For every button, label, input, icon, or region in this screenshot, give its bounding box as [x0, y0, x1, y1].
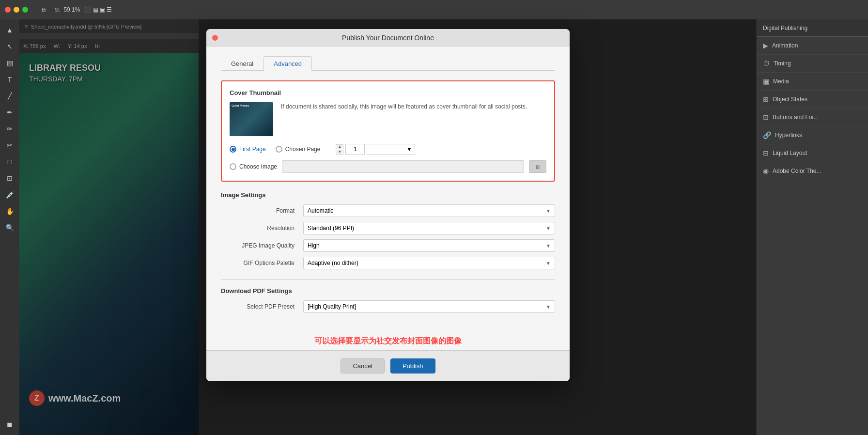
media-label: Media	[773, 78, 789, 85]
dialog-window-controls[interactable]	[212, 35, 218, 41]
panel-item-liquid-layout[interactable]: ⊟ Liquid Layout	[757, 144, 868, 162]
tool-direct-select[interactable]: ↖	[3, 40, 16, 53]
dialog-titlebar: Publish Your Document Online	[206, 29, 570, 47]
radio-choose-image[interactable]: Choose Image	[230, 163, 277, 170]
tool-page[interactable]: ▤	[3, 56, 16, 70]
right-panel-header: Digital Publishing	[757, 19, 868, 37]
pdf-preset-select[interactable]: [High Quality Print] ▼	[303, 300, 555, 313]
buttons-forms-icon: ⊡	[763, 113, 769, 121]
media-icon: ▣	[763, 78, 769, 85]
tool-eyedropper[interactable]: 💉	[3, 188, 16, 202]
maximize-button[interactable]	[22, 7, 28, 13]
buttons-forms-label: Buttons and For...	[773, 114, 819, 121]
page-dropdown-arrow: ▼	[407, 146, 412, 152]
panel-item-animation[interactable]: ▶ Animation	[757, 37, 868, 55]
radio-first-page-dot	[232, 148, 235, 151]
radio-first-page-circle	[230, 146, 236, 153]
dialog-footer: Cancel Publish	[206, 350, 570, 381]
choose-image-row: Choose Image ⊞	[230, 160, 546, 173]
radio-options-row: First Page Chosen Page ▲ ▼	[230, 144, 546, 155]
panel-item-hyperlinks[interactable]: 🔗 Hyperlinks	[757, 126, 868, 144]
radio-first-page-label: First Page	[239, 146, 266, 153]
app-icon-st: St	[55, 7, 60, 13]
panel-item-media[interactable]: ▣ Media	[757, 73, 868, 91]
image-path-input[interactable]	[282, 160, 524, 173]
zoom-level: 59.1%	[63, 6, 80, 13]
spinner-up[interactable]: ▲	[336, 144, 343, 149]
tab-general[interactable]: General	[221, 56, 264, 71]
tool-free-transform[interactable]: ⊡	[3, 171, 16, 185]
tool-pen[interactable]: ✒	[3, 106, 16, 119]
image-settings-section: Image Settings Format Automatic ▼ Resolu…	[221, 191, 555, 269]
spinner-arrows[interactable]: ▲ ▼	[336, 144, 343, 155]
tool-pencil[interactable]: ✏	[3, 122, 16, 136]
panel-item-timing[interactable]: ⏱ Timing	[757, 55, 868, 73]
minimize-button[interactable]	[14, 7, 19, 13]
jpeg-quality-arrow-icon: ▼	[546, 243, 551, 249]
format-arrow-icon: ▼	[546, 208, 551, 214]
jpeg-quality-label: JPEG Image Quality	[221, 242, 298, 249]
tool-hand[interactable]: ✋	[3, 204, 16, 218]
page-number-input[interactable]	[345, 144, 365, 155]
tool-select[interactable]: ▲	[3, 23, 16, 37]
spinner-down[interactable]: ▼	[336, 150, 343, 155]
adobe-color-label: Adobe Color The...	[773, 168, 822, 174]
animation-icon: ▶	[763, 42, 768, 49]
jpeg-quality-value: High	[308, 242, 320, 249]
panel-item-buttons-forms[interactable]: ⊡ Buttons and For...	[757, 109, 868, 126]
object-states-label: Object States	[773, 96, 807, 103]
app-icon-br: Br	[42, 7, 47, 13]
tools-panel: ▲ ↖ ▤ T ╱ ✒ ✏ ✂ □ ⊡ 💉 ✋ 🔍 ◼	[0, 19, 19, 435]
browse-image-button[interactable]: ⊞	[529, 160, 546, 173]
gif-select[interactable]: Adaptive (no dither) ▼	[303, 257, 555, 269]
hyperlinks-label: Hyperlinks	[775, 132, 802, 139]
format-value: Automatic	[308, 207, 333, 214]
tool-scissors[interactable]: ✂	[3, 139, 16, 152]
annotation-bar: 可以选择要显示为社交发布封面图像的图像	[206, 332, 570, 350]
mac-window-controls[interactable]	[5, 7, 28, 13]
resolution-value: Standard (96 PPI)	[308, 225, 354, 232]
object-states-icon: ⊞	[763, 95, 769, 103]
cancel-button[interactable]: Cancel	[341, 358, 384, 373]
format-label: Format	[221, 207, 298, 214]
format-select[interactable]: Automatic ▼	[303, 204, 555, 217]
adobe-color-icon: ◉	[763, 167, 769, 175]
publish-button[interactable]: Publish	[390, 358, 435, 373]
image-settings-grid: Format Automatic ▼ Resolution Standard (…	[221, 204, 555, 269]
cover-thumbnail-title: Cover Thumbnail	[230, 89, 546, 96]
toolbar-icons: ⬛ ▦ ▣ ☰	[84, 6, 112, 13]
radio-choose-image-label: Choose Image	[239, 163, 277, 170]
fill-stroke[interactable]: ◼	[3, 418, 16, 431]
pdf-settings-grid: Select PDF Preset [High Quality Print] ▼	[221, 300, 555, 313]
dialog-title: Publish Your Document Online	[342, 34, 434, 42]
pdf-preset-value: [High Quality Print]	[308, 303, 356, 310]
panel-item-adobe-color[interactable]: ◉ Adobe Color The...	[757, 162, 868, 180]
tool-line[interactable]: ╱	[3, 89, 16, 103]
cover-thumbnail-section: Cover Thumbnail Quiet Places If document…	[221, 80, 555, 182]
tool-zoom[interactable]: 🔍	[3, 221, 16, 234]
cover-thumbnail-row: Quiet Places If document is shared socia…	[230, 102, 546, 136]
jpeg-quality-select[interactable]: High ▼	[303, 239, 555, 252]
section-divider	[221, 279, 555, 280]
liquid-layout-label: Liquid Layout	[773, 150, 807, 156]
pdf-preset-label: Select PDF Preset	[221, 303, 298, 310]
page-dropdown[interactable]: ▼	[367, 144, 415, 155]
page-spinner: ▲ ▼ ▼	[336, 144, 415, 155]
hyperlinks-icon: 🔗	[763, 131, 771, 139]
tab-advanced[interactable]: Advanced	[264, 56, 312, 71]
radio-first-page[interactable]: First Page	[230, 146, 266, 153]
tool-rect[interactable]: □	[3, 155, 16, 169]
resolution-label: Resolution	[221, 225, 298, 232]
timing-label: Timing	[774, 60, 791, 67]
publish-dialog: Publish Your Document Online General Adv…	[206, 29, 570, 381]
thumbnail-preview-image: Quiet Places	[230, 102, 273, 136]
dialog-close-button[interactable]	[212, 35, 218, 41]
tool-text[interactable]: T	[3, 73, 16, 86]
panel-item-object-states[interactable]: ⊞ Object States	[757, 91, 868, 109]
radio-chosen-page[interactable]: Chosen Page	[276, 146, 321, 153]
close-button[interactable]	[5, 7, 11, 13]
resolution-select[interactable]: Standard (96 PPI) ▼	[303, 222, 555, 234]
gif-arrow-icon: ▼	[546, 261, 551, 266]
radio-chosen-page-label: Chosen Page	[285, 146, 321, 153]
annotation-text: 可以选择要显示为社交发布封面图像的图像	[314, 337, 462, 345]
